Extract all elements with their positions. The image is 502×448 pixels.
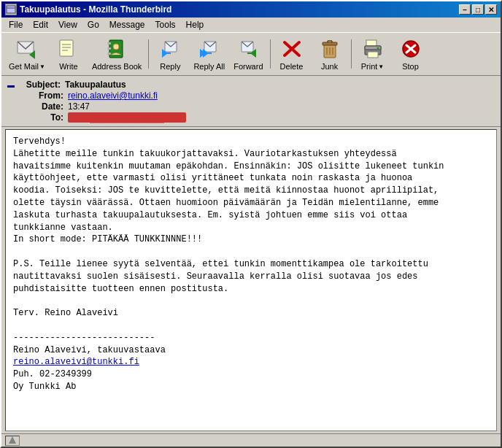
to-value: ████████████ <box>68 112 186 123</box>
junk-button[interactable]: Junk <box>312 34 348 74</box>
reply-all-icon <box>198 37 221 61</box>
menu-tools[interactable]: Tools <box>151 19 180 31</box>
toolbar-sep-1 <box>148 39 149 69</box>
from-label: From: <box>20 90 68 101</box>
write-button[interactable]: Write <box>50 34 87 74</box>
svg-rect-37 <box>368 52 378 58</box>
delete-label: Delete <box>280 62 304 71</box>
reply-label: Reply <box>160 62 180 71</box>
subject-value: Takuupalautus <box>65 80 126 90</box>
svg-point-38 <box>376 47 379 50</box>
stop-button[interactable]: Stop <box>393 34 429 74</box>
main-window: Takuupalautus - Mozilla Thunderbird – □ … <box>0 0 502 448</box>
svg-rect-11 <box>108 47 111 50</box>
email-content[interactable]: Tervehdys! Lähetitte meille tunkin takuu… <box>5 129 497 431</box>
delete-icon <box>280 37 304 61</box>
subject-label: Subject: <box>18 80 65 90</box>
address-book-button[interactable]: Address Book <box>88 34 145 74</box>
get-mail-label: Get Mail <box>9 62 39 71</box>
title-bar-buttons: – □ ✕ <box>459 4 497 15</box>
minimize-button[interactable]: – <box>459 4 471 15</box>
reply-all-button[interactable]: Reply All <box>190 34 228 74</box>
collapse-icon[interactable]: ▬ <box>7 81 15 89</box>
get-mail-icon <box>15 37 39 61</box>
date-value: 13:47 <box>68 101 90 112</box>
close-button[interactable]: ✕ <box>485 4 497 15</box>
menu-go[interactable]: Go <box>83 19 104 31</box>
title-bar-left: Takuupalautus - Mozilla Thunderbird <box>5 4 171 15</box>
junk-icon <box>318 37 341 61</box>
window-title: Takuupalautus - Mozilla Thunderbird <box>20 4 171 15</box>
svg-rect-27 <box>323 42 337 45</box>
forward-icon <box>236 37 260 61</box>
get-mail-button[interactable]: Get Mail ▼ <box>5 34 49 74</box>
menu-message[interactable]: Message <box>105 19 150 31</box>
svg-marker-42 <box>9 436 16 444</box>
stop-icon <box>399 37 422 61</box>
print-arrow: ▼ <box>378 63 384 70</box>
maximize-button[interactable]: □ <box>472 4 484 15</box>
status-icon <box>8 436 17 446</box>
subject-row: ▬ Subject: Takuupalautus <box>7 80 495 90</box>
get-mail-arrow: ▼ <box>39 63 45 70</box>
from-value[interactable]: reino.alaveivi@tunkki.fi <box>68 90 158 101</box>
menu-bar: File Edit View Go Message Tools Help <box>1 18 501 32</box>
stop-label: Stop <box>402 62 419 71</box>
window-icon <box>5 4 17 15</box>
svg-rect-4 <box>60 40 73 56</box>
svg-rect-0 <box>7 6 15 13</box>
menu-file[interactable]: File <box>4 19 27 31</box>
address-book-label: Address Book <box>92 62 142 71</box>
print-label: Print <box>361 62 378 71</box>
toolbar-sep-2 <box>270 39 271 69</box>
junk-label: Junk <box>321 62 338 71</box>
delete-button[interactable]: Delete <box>274 34 310 74</box>
email-header: ▬ Subject: Takuupalautus From: reino.ala… <box>1 76 501 127</box>
menu-help[interactable]: Help <box>182 19 209 31</box>
title-bar: Takuupalautus - Mozilla Thunderbird – □ … <box>1 1 501 18</box>
status-panel <box>5 436 20 446</box>
to-label: To: <box>20 112 68 123</box>
print-button[interactable]: Print ▼ <box>355 34 391 74</box>
status-bar <box>1 433 501 447</box>
signature-email-link[interactable]: reino.alaveivi@tunkki.fi <box>13 357 139 367</box>
menu-edit[interactable]: Edit <box>28 19 53 31</box>
svg-point-13 <box>113 44 119 50</box>
toolbar: Get Mail ▼ Write <box>1 32 501 76</box>
toolbar-sep-3 <box>351 39 352 69</box>
from-row: From: reino.alaveivi@tunkki.fi <box>7 90 495 101</box>
reply-icon <box>158 37 182 61</box>
date-label: Date: <box>20 101 68 112</box>
write-label: Write <box>59 62 77 71</box>
date-row: Date: 13:47 <box>7 101 495 112</box>
svg-rect-10 <box>108 42 111 45</box>
forward-label: Forward <box>233 62 263 71</box>
reply-button[interactable]: Reply <box>152 34 188 74</box>
svg-rect-12 <box>108 53 111 55</box>
reply-all-label: Reply All <box>193 62 225 71</box>
email-body: Tervehdys! Lähetitte meille tunkin takuu… <box>13 136 489 393</box>
forward-button[interactable]: Forward <box>230 34 266 74</box>
write-icon <box>57 37 80 61</box>
address-book-icon <box>105 37 128 61</box>
to-row: To: ████████████ <box>7 112 495 123</box>
print-icon <box>361 37 385 61</box>
menu-view[interactable]: View <box>54 19 82 31</box>
